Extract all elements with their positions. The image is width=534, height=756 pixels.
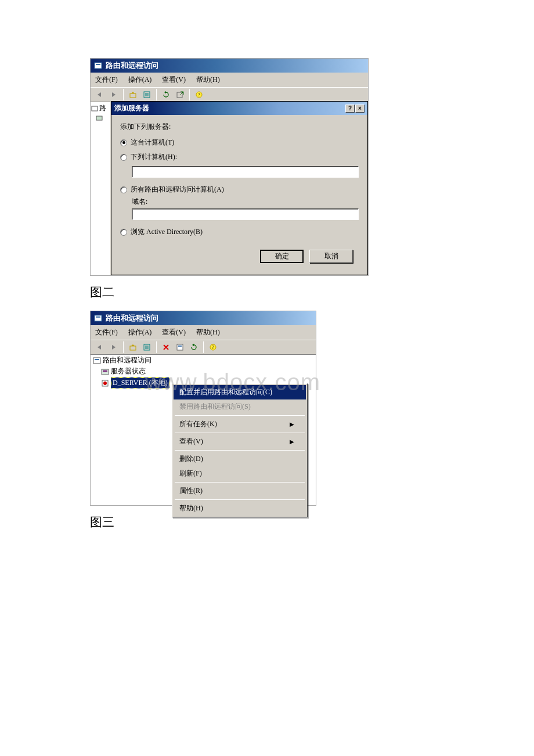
ctx-separator — [175, 415, 305, 416]
svg-point-28 — [103, 381, 107, 385]
dialog-close-button[interactable]: × — [355, 105, 365, 113]
app-icon — [94, 314, 102, 322]
menu-help[interactable]: 帮助(H) — [196, 75, 220, 85]
ok-button[interactable]: 确定 — [260, 250, 304, 263]
screenshot-2: 路由和远程访问 文件(F) 操作(A) 查看(V) 帮助(H) ? 路由和远程访… — [90, 311, 316, 506]
svg-rect-20 — [178, 345, 182, 347]
tree-body: 路由和远程访问 服务器状态 D_SERVER (本地) 配置并启用路由和远程访问… — [91, 354, 316, 505]
svg-rect-0 — [95, 63, 102, 69]
server-status-icon — [96, 114, 103, 121]
help-icon[interactable]: ? — [193, 89, 205, 100]
tree-root[interactable]: 路由和远程访问 — [103, 355, 151, 365]
add-server-dialog: 添加服务器 ? × 添加下列服务器: 这台计算机(T) 下列计算机(H): — [111, 101, 368, 275]
list-icon[interactable] — [140, 341, 153, 353]
main-titlebar: 路由和远程访问 — [91, 59, 368, 73]
ctx-separator — [175, 482, 305, 483]
svg-rect-14 — [130, 346, 136, 350]
tree-root-text: 路 — [99, 103, 106, 113]
console-root-icon — [93, 357, 101, 365]
refresh-icon[interactable] — [187, 341, 200, 353]
toolbar: ? — [91, 87, 368, 102]
dialog-prompt: 添加下列服务器: — [120, 122, 359, 135]
ctx-separator — [175, 499, 305, 500]
delete-icon[interactable] — [160, 341, 172, 353]
menu-view[interactable]: 查看(V) — [162, 75, 186, 85]
submenu-arrow-icon: ▶ — [290, 421, 294, 427]
svg-rect-13 — [96, 316, 100, 318]
radio-all-rras[interactable] — [120, 186, 127, 193]
tree-pane: 路 — [91, 102, 111, 275]
screenshot-1: 路由和远程访问 文件(F) 操作(A) 查看(V) 帮助(H) ? 路 — [90, 58, 369, 276]
svg-rect-10 — [92, 106, 98, 111]
refresh-icon[interactable] — [160, 89, 172, 100]
main-title-2: 路由和远程访问 — [106, 313, 158, 323]
submenu-arrow-icon: ▶ — [290, 438, 294, 445]
menu-view[interactable]: 查看(V) — [162, 327, 186, 337]
menu-file[interactable]: 文件(F) — [95, 75, 118, 85]
list-icon[interactable] — [140, 89, 153, 100]
main-titlebar-2: 路由和远程访问 — [91, 311, 316, 325]
ctx-delete[interactable]: 删除(D) — [174, 452, 306, 466]
ctx-refresh[interactable]: 刷新(F) — [174, 466, 306, 481]
export-icon[interactable] — [174, 89, 186, 100]
svg-rect-7 — [177, 92, 182, 98]
forward-icon[interactable] — [107, 341, 120, 353]
menu-action[interactable]: 操作(A) — [128, 327, 152, 337]
menu-file[interactable]: 文件(F) — [95, 327, 118, 337]
toolbar-2: ? — [91, 340, 316, 354]
ctx-disable: 禁用路由和远程访问(S) — [174, 399, 306, 414]
content-area: 路 添加服务器 ? × 添加下列服务器: 这台计算机(T) — [91, 102, 368, 275]
domain-input[interactable] — [132, 208, 359, 220]
radio-following-computer[interactable] — [120, 154, 127, 161]
dialog-titlebar: 添加服务器 ? × — [111, 102, 367, 115]
menu-help[interactable]: 帮助(H) — [196, 327, 220, 337]
ctx-view[interactable]: 查看(V)▶ — [174, 434, 306, 449]
help-icon[interactable]: ? — [207, 341, 219, 353]
tree-server-node[interactable]: D_SERVER (本地) — [111, 377, 169, 388]
menubar: 文件(F) 操作(A) 查看(V) 帮助(H) — [91, 73, 368, 87]
properties-icon[interactable] — [174, 341, 186, 353]
svg-rect-11 — [96, 116, 102, 120]
app-icon — [94, 62, 102, 70]
ctx-properties[interactable]: 属性(R) — [174, 484, 306, 498]
radio-this-computer[interactable] — [120, 139, 127, 146]
computer-name-input[interactable] — [132, 166, 359, 178]
console-root-icon — [91, 105, 98, 112]
up-icon[interactable] — [127, 89, 139, 100]
svg-rect-12 — [95, 315, 102, 321]
svg-rect-19 — [177, 344, 183, 350]
svg-rect-2 — [130, 93, 136, 98]
svg-rect-24 — [95, 359, 99, 360]
svg-rect-25 — [102, 369, 109, 375]
ctx-separator — [175, 433, 305, 433]
radio-browse-label: 浏览 Active Directory(B) — [131, 227, 203, 237]
back-icon[interactable] — [93, 89, 106, 100]
radio-all-label: 所有路由和远程访问计算机(A) — [131, 185, 224, 195]
ctx-help[interactable]: 帮助(H) — [174, 501, 306, 516]
menubar-2: 文件(F) 操作(A) 查看(V) 帮助(H) — [91, 325, 316, 340]
forward-icon[interactable] — [107, 89, 120, 100]
svg-rect-1 — [96, 64, 100, 65]
svg-rect-26 — [103, 370, 107, 372]
svg-rect-23 — [93, 358, 100, 363]
ctx-separator — [175, 450, 305, 451]
cancel-button[interactable]: 取消 — [309, 250, 353, 263]
radio-following-label: 下列计算机(H): — [131, 152, 177, 162]
radio-browse-ad[interactable] — [120, 229, 127, 236]
server-icon — [101, 379, 109, 387]
up-icon[interactable] — [127, 341, 139, 353]
menu-action[interactable]: 操作(A) — [128, 75, 152, 85]
tree-server-status[interactable]: 服务器状态 — [111, 366, 146, 376]
server-status-icon — [101, 368, 109, 376]
dialog-title-text: 添加服务器 — [114, 103, 149, 113]
caption-figure-2: 图二 — [90, 284, 447, 300]
main-title: 路由和远程访问 — [106, 60, 158, 71]
ctx-configure[interactable]: 配置并启用路由和远程访问(C) — [174, 385, 306, 399]
domain-label: 域名: — [120, 197, 359, 207]
svg-text:?: ? — [212, 345, 214, 350]
radio-this-label: 这台计算机(T) — [131, 138, 174, 147]
ctx-alltasks[interactable]: 所有任务(K)▶ — [174, 417, 306, 431]
dialog-help-button[interactable]: ? — [345, 105, 355, 113]
svg-text:?: ? — [198, 92, 200, 98]
back-icon[interactable] — [93, 341, 106, 353]
